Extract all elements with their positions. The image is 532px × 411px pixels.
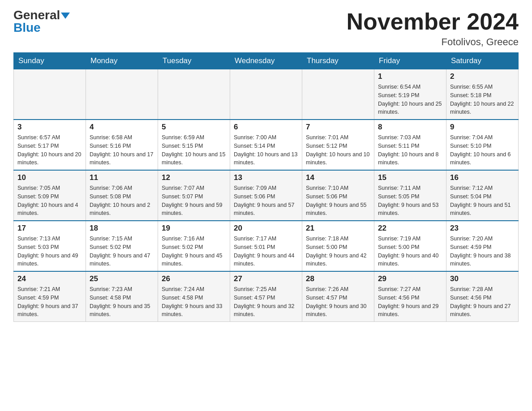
calendar-cell: 21Sunrise: 7:18 AMSunset: 5:00 PMDayligh… <box>302 221 374 271</box>
day-number: 30 <box>450 274 515 283</box>
weekday-header-thursday: Thursday <box>302 53 374 69</box>
calendar-cell: 27Sunrise: 7:25 AMSunset: 4:57 PMDayligh… <box>230 271 302 322</box>
logo: General Blue <box>13 9 70 34</box>
day-info: Sunrise: 7:03 AMSunset: 5:11 PMDaylight:… <box>378 133 442 167</box>
day-info: Sunrise: 7:19 AMSunset: 5:00 PMDaylight:… <box>378 235 442 268</box>
day-info: Sunrise: 7:00 AMSunset: 5:14 PMDaylight:… <box>234 133 298 167</box>
day-info: Sunrise: 7:15 AMSunset: 5:02 PMDaylight:… <box>90 235 154 268</box>
calendar-cell: 5Sunrise: 6:59 AMSunset: 5:15 PMDaylight… <box>158 120 230 170</box>
calendar-cell <box>230 69 302 120</box>
calendar-cell: 17Sunrise: 7:13 AMSunset: 5:03 PMDayligh… <box>14 221 86 271</box>
calendar-cell: 28Sunrise: 7:26 AMSunset: 4:57 PMDayligh… <box>302 271 374 322</box>
calendar-cell: 1Sunrise: 6:54 AMSunset: 5:19 PMDaylight… <box>374 69 446 120</box>
calendar-cell <box>302 69 374 120</box>
weekday-header-sunday: Sunday <box>14 53 86 69</box>
day-number: 18 <box>90 224 154 233</box>
day-info: Sunrise: 6:55 AMSunset: 5:18 PMDaylight:… <box>450 83 515 116</box>
day-number: 28 <box>306 274 370 283</box>
day-info: Sunrise: 6:54 AMSunset: 5:19 PMDaylight:… <box>378 83 442 116</box>
day-info: Sunrise: 7:25 AMSunset: 4:57 PMDaylight:… <box>234 285 298 319</box>
day-number: 26 <box>162 274 226 283</box>
month-title: November 2024 <box>347 9 519 34</box>
day-info: Sunrise: 6:57 AMSunset: 5:17 PMDaylight:… <box>17 133 82 167</box>
calendar-week-4: 17Sunrise: 7:13 AMSunset: 5:03 PMDayligh… <box>14 221 519 271</box>
weekday-header-row: SundayMondayTuesdayWednesdayThursdayFrid… <box>14 53 519 69</box>
calendar-cell: 6Sunrise: 7:00 AMSunset: 5:14 PMDaylight… <box>230 120 302 170</box>
day-number: 14 <box>306 173 370 182</box>
day-number: 25 <box>90 274 154 283</box>
day-info: Sunrise: 7:17 AMSunset: 5:01 PMDaylight:… <box>234 235 298 268</box>
weekday-header-tuesday: Tuesday <box>158 53 230 69</box>
day-info: Sunrise: 7:07 AMSunset: 5:07 PMDaylight:… <box>162 184 226 218</box>
calendar-cell <box>14 69 86 120</box>
calendar-week-5: 24Sunrise: 7:21 AMSunset: 4:59 PMDayligh… <box>14 271 519 322</box>
calendar-cell: 11Sunrise: 7:06 AMSunset: 5:08 PMDayligh… <box>86 170 158 221</box>
day-number: 11 <box>90 173 154 182</box>
calendar-cell: 3Sunrise: 6:57 AMSunset: 5:17 PMDaylight… <box>14 120 86 170</box>
weekday-header-saturday: Saturday <box>446 53 519 69</box>
day-info: Sunrise: 7:20 AMSunset: 4:59 PMDaylight:… <box>450 235 515 268</box>
calendar-cell: 10Sunrise: 7:05 AMSunset: 5:09 PMDayligh… <box>14 170 86 221</box>
day-number: 20 <box>234 224 298 233</box>
day-number: 3 <box>17 123 82 132</box>
calendar-cell: 18Sunrise: 7:15 AMSunset: 5:02 PMDayligh… <box>86 221 158 271</box>
location: Fotolivos, Greece <box>347 36 519 48</box>
day-info: Sunrise: 7:23 AMSunset: 4:58 PMDaylight:… <box>90 285 154 319</box>
calendar-table: SundayMondayTuesdayWednesdayThursdayFrid… <box>13 52 519 322</box>
calendar-cell: 8Sunrise: 7:03 AMSunset: 5:11 PMDaylight… <box>374 120 446 170</box>
day-number: 2 <box>450 72 515 81</box>
day-info: Sunrise: 7:27 AMSunset: 4:56 PMDaylight:… <box>378 285 442 319</box>
day-info: Sunrise: 7:28 AMSunset: 4:56 PMDaylight:… <box>450 285 515 319</box>
calendar-cell: 2Sunrise: 6:55 AMSunset: 5:18 PMDaylight… <box>446 69 519 120</box>
day-info: Sunrise: 7:16 AMSunset: 5:02 PMDaylight:… <box>162 235 226 268</box>
calendar-cell: 24Sunrise: 7:21 AMSunset: 4:59 PMDayligh… <box>14 271 86 322</box>
day-info: Sunrise: 7:09 AMSunset: 5:06 PMDaylight:… <box>234 184 298 218</box>
day-number: 1 <box>378 72 442 81</box>
day-info: Sunrise: 7:10 AMSunset: 5:06 PMDaylight:… <box>306 184 370 218</box>
day-info: Sunrise: 7:12 AMSunset: 5:04 PMDaylight:… <box>450 184 515 218</box>
day-number: 13 <box>234 173 298 182</box>
day-info: Sunrise: 7:06 AMSunset: 5:08 PMDaylight:… <box>90 184 154 218</box>
calendar-cell: 7Sunrise: 7:01 AMSunset: 5:12 PMDaylight… <box>302 120 374 170</box>
calendar-week-1: 1Sunrise: 6:54 AMSunset: 5:19 PMDaylight… <box>14 69 519 120</box>
day-number: 29 <box>378 274 442 283</box>
calendar-cell: 16Sunrise: 7:12 AMSunset: 5:04 PMDayligh… <box>446 170 519 221</box>
calendar-cell: 22Sunrise: 7:19 AMSunset: 5:00 PMDayligh… <box>374 221 446 271</box>
calendar-cell: 12Sunrise: 7:07 AMSunset: 5:07 PMDayligh… <box>158 170 230 221</box>
day-number: 15 <box>378 173 442 182</box>
calendar-cell: 14Sunrise: 7:10 AMSunset: 5:06 PMDayligh… <box>302 170 374 221</box>
day-info: Sunrise: 6:59 AMSunset: 5:15 PMDaylight:… <box>162 133 226 167</box>
day-info: Sunrise: 6:58 AMSunset: 5:16 PMDaylight:… <box>90 133 154 167</box>
calendar-cell: 4Sunrise: 6:58 AMSunset: 5:16 PMDaylight… <box>86 120 158 170</box>
day-info: Sunrise: 7:01 AMSunset: 5:12 PMDaylight:… <box>306 133 370 167</box>
calendar-cell: 30Sunrise: 7:28 AMSunset: 4:56 PMDayligh… <box>446 271 519 322</box>
calendar-cell: 25Sunrise: 7:23 AMSunset: 4:58 PMDayligh… <box>86 271 158 322</box>
logo-triangle-icon <box>61 13 70 19</box>
day-info: Sunrise: 7:04 AMSunset: 5:10 PMDaylight:… <box>450 133 515 167</box>
calendar-cell <box>158 69 230 120</box>
day-number: 19 <box>162 224 226 233</box>
page-header: General Blue November 2024 Fotolivos, Gr… <box>13 9 519 48</box>
weekday-header-friday: Friday <box>374 53 446 69</box>
title-section: November 2024 Fotolivos, Greece <box>347 9 519 48</box>
day-number: 4 <box>90 123 154 132</box>
calendar-cell: 29Sunrise: 7:27 AMSunset: 4:56 PMDayligh… <box>374 271 446 322</box>
weekday-header-wednesday: Wednesday <box>230 53 302 69</box>
day-info: Sunrise: 7:11 AMSunset: 5:05 PMDaylight:… <box>378 184 442 218</box>
calendar-cell: 23Sunrise: 7:20 AMSunset: 4:59 PMDayligh… <box>446 221 519 271</box>
calendar-week-2: 3Sunrise: 6:57 AMSunset: 5:17 PMDaylight… <box>14 120 519 170</box>
calendar-cell: 15Sunrise: 7:11 AMSunset: 5:05 PMDayligh… <box>374 170 446 221</box>
day-number: 23 <box>450 224 515 233</box>
logo-blue: Blue <box>13 21 41 34</box>
day-info: Sunrise: 7:05 AMSunset: 5:09 PMDaylight:… <box>17 184 82 218</box>
day-info: Sunrise: 7:21 AMSunset: 4:59 PMDaylight:… <box>17 285 82 319</box>
day-number: 9 <box>450 123 515 132</box>
day-number: 6 <box>234 123 298 132</box>
calendar-cell: 26Sunrise: 7:24 AMSunset: 4:58 PMDayligh… <box>158 271 230 322</box>
day-info: Sunrise: 7:26 AMSunset: 4:57 PMDaylight:… <box>306 285 370 319</box>
day-number: 22 <box>378 224 442 233</box>
calendar-cell <box>86 69 158 120</box>
day-number: 7 <box>306 123 370 132</box>
logo-general: General <box>13 8 60 22</box>
day-number: 10 <box>17 173 82 182</box>
